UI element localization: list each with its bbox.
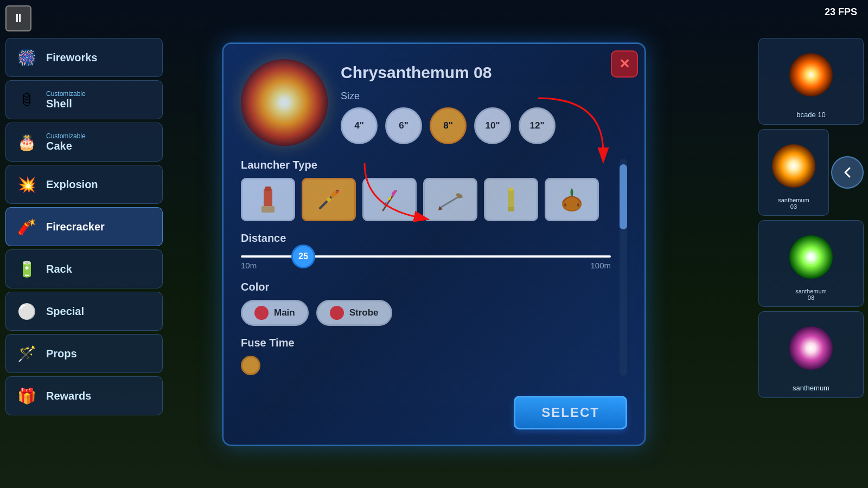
thumb-firework-cascade10: [789, 53, 833, 97]
launcher-btn-stick[interactable]: [362, 178, 417, 221]
size-btn-6[interactable]: 6": [385, 107, 422, 144]
color-strobe-dot: [330, 306, 344, 320]
back-button[interactable]: [831, 156, 864, 189]
thumb-firework-chrysanthemum-bottom: [789, 326, 833, 370]
color-label: Color: [241, 281, 611, 293]
right-thumb-chrysanthemum03[interactable]: santhemum 03: [758, 129, 829, 216]
distance-track[interactable]: 25: [241, 255, 611, 258]
sidebar: 🎆 Fireworks 🛢 Customizable Shell 🎂 Custo…: [0, 0, 168, 488]
sidebar-sub-shell: Customizable: [46, 90, 86, 98]
distance-slider-wrap: 25: [241, 255, 611, 258]
modal-title: Chrysanthemum 08: [341, 63, 627, 82]
rack-icon: 🔋: [15, 257, 39, 281]
launcher-btn-tube[interactable]: [484, 178, 538, 221]
launcher-section: Launcher Type: [241, 159, 611, 221]
launcher-btn-shell[interactable]: [241, 178, 295, 221]
distance-max: 100m: [590, 261, 611, 270]
size-options: 4" 6" 8" 10" 12": [341, 107, 627, 144]
fuse-thumb[interactable]: [241, 356, 260, 375]
modal-body: Launcher Type: [241, 159, 627, 386]
sidebar-label-rack: Rack: [46, 263, 72, 275]
shell-icon: 🛢: [15, 88, 39, 112]
color-strobe-button[interactable]: Strobe: [316, 300, 392, 326]
props-icon: 🪄: [15, 342, 39, 365]
sidebar-label-rewards: Rewards: [46, 390, 91, 402]
size-label: Size: [341, 91, 627, 102]
distance-label: Distance: [241, 232, 611, 245]
right-panel: bcade 10 santhemum 03 santhemum 08 santh…: [754, 0, 868, 488]
thumb-firework-chrysanthemum03: [772, 144, 815, 188]
close-button[interactable]: ✕: [611, 50, 638, 78]
sidebar-item-explosion[interactable]: 💥 Explosion: [5, 165, 163, 204]
sidebar-label-explosion: Explosion: [46, 178, 98, 191]
fuse-section: Fuse Time: [241, 337, 611, 375]
explosion-icon: 💥: [15, 172, 39, 196]
sidebar-item-props[interactable]: 🪄 Props: [5, 334, 163, 373]
sidebar-item-fireworks[interactable]: 🎆 Fireworks: [5, 38, 163, 77]
right-thumb-chrysanthemum-bottom[interactable]: santhemum: [758, 311, 864, 398]
distance-thumb[interactable]: 25: [291, 245, 315, 268]
distance-section: Distance 25 10m 100m: [241, 232, 611, 270]
modal-title-section: Chrysanthemum 08 Size 4" 6" 8" 10" 12": [341, 59, 627, 144]
size-btn-12[interactable]: 12": [519, 107, 556, 144]
svg-point-6: [327, 197, 331, 202]
sidebar-item-special[interactable]: ⚪ Special: [5, 292, 163, 331]
scrollbar[interactable]: [620, 159, 627, 376]
launcher-type-label: Launcher Type: [241, 159, 611, 171]
launcher-btn-mortar[interactable]: [545, 178, 599, 221]
sidebar-item-shell[interactable]: 🛢 Customizable Shell: [5, 80, 163, 119]
sidebar-label-fireworks: Fireworks: [46, 52, 97, 64]
modal-header: Chrysanthemum 08 Size 4" 6" 8" 10" 12": [241, 59, 627, 146]
cake-icon: 🎂: [15, 130, 39, 154]
scrollbar-thumb[interactable]: [620, 164, 627, 229]
thumb-label-chrysanthemum-bottom: santhemum: [790, 382, 832, 394]
select-btn-wrap: SELECT: [241, 396, 627, 429]
sidebar-item-rack[interactable]: 🔋 Rack: [5, 249, 163, 288]
size-btn-4[interactable]: 4": [341, 107, 378, 144]
launcher-options: [241, 178, 611, 221]
rewards-icon: 🎁: [15, 384, 39, 408]
svg-point-8: [391, 189, 397, 196]
size-btn-10[interactable]: 10": [474, 107, 511, 144]
fps-counter: 23 FPS: [825, 7, 857, 18]
sidebar-label-shell: Shell: [46, 98, 86, 110]
modal-content: Launcher Type: [241, 159, 611, 386]
right-thumb-cascade10[interactable]: bcade 10: [758, 38, 864, 125]
color-main-label: Main: [274, 307, 295, 318]
sidebar-item-cake[interactable]: 🎂 Customizable Cake: [5, 123, 163, 162]
thumb-firework-chrysanthemum08: [789, 235, 833, 279]
distance-min: 10m: [241, 261, 257, 270]
svg-rect-0: [264, 189, 272, 208]
modal: ✕ Chrysanthemum 08 Size 4" 6" 8" 10" 12": [222, 43, 646, 446]
thumb-label-chrysanthemum03: santhemum 03: [776, 195, 811, 212]
sidebar-item-firecracker[interactable]: 🧨 Firecracker: [5, 207, 163, 246]
size-btn-8[interactable]: 8": [430, 107, 467, 144]
sidebar-label-special: Special: [46, 305, 84, 318]
firecracker-icon: 🧨: [15, 215, 39, 239]
select-button[interactable]: SELECT: [514, 396, 627, 429]
pause-button[interactable]: ⏸: [5, 5, 31, 31]
svg-point-9: [387, 196, 392, 201]
color-main-button[interactable]: Main: [241, 300, 309, 326]
svg-rect-2: [265, 187, 271, 191]
sidebar-sub-cake: Customizable: [46, 132, 86, 140]
svg-rect-16: [509, 188, 513, 191]
sidebar-item-rewards[interactable]: 🎁 Rewards: [5, 376, 163, 415]
sidebar-label-props: Props: [46, 348, 77, 360]
svg-point-19: [564, 203, 566, 207]
thumb-label-chrysanthemum08: santhemum 08: [793, 286, 828, 303]
right-thumb-chrysanthemum08[interactable]: santhemum 08: [758, 220, 864, 307]
sidebar-label-cake: Cake: [46, 140, 86, 152]
fireworks-icon: 🎆: [15, 46, 39, 69]
svg-point-20: [577, 203, 579, 207]
color-section: Color Main Strobe: [241, 281, 611, 326]
special-icon: ⚪: [15, 299, 39, 323]
launcher-btn-angled[interactable]: [423, 178, 477, 221]
color-main-dot: [254, 306, 269, 320]
sidebar-label-firecracker: Firecracker: [46, 221, 105, 233]
fuse-time-label: Fuse Time: [241, 337, 611, 349]
color-options: Main Strobe: [241, 300, 611, 326]
svg-rect-1: [261, 206, 275, 213]
launcher-btn-rocket[interactable]: [302, 178, 356, 221]
svg-rect-15: [508, 207, 514, 211]
